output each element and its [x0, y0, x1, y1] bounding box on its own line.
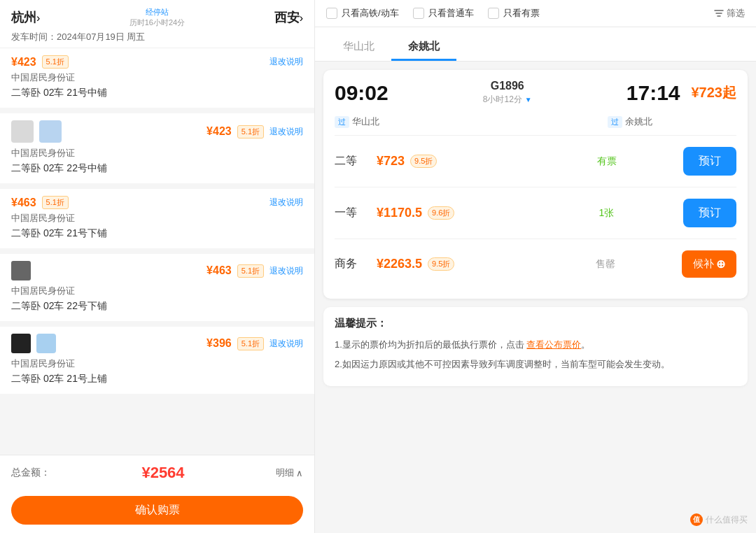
duration-row: 8小时12分 ▼: [396, 94, 620, 106]
book-button-first[interactable]: 预订: [683, 199, 736, 227]
refund-link[interactable]: 退改说明: [270, 197, 303, 208]
waitlist-button-business[interactable]: 候补 ⊕: [682, 250, 736, 278]
filter-youpiao-label: 只看有票: [503, 7, 540, 20]
origin-city[interactable]: 杭州›: [11, 9, 40, 26]
dropdown-icon[interactable]: ▼: [525, 96, 532, 104]
footer-bar: 总金额： ¥2564 明细 ∧: [0, 455, 314, 490]
chevron-up-icon: ∧: [296, 468, 303, 478]
train-main-row: 09:02 G1896 8小时12分 ▼ 17:14 ¥723起: [335, 80, 736, 106]
filter-btn-label: 筛选: [727, 7, 745, 20]
plus-icon: ⊕: [716, 257, 725, 271]
avatar: [36, 334, 56, 353]
class-name: 一等: [335, 206, 377, 220]
notice-item-1: 1.显示的票价均为折扣后的最低执行票价，点击 查看公布票价。: [335, 337, 736, 353]
discount-badge: 5.1折: [237, 125, 264, 138]
watermark-text: 什么值得买: [706, 514, 748, 526]
id-type: 中国居民身份证: [11, 147, 303, 159]
seat-info: 二等卧 02车 22号中铺: [11, 162, 303, 175]
refund-link[interactable]: 退改说明: [270, 265, 303, 277]
notice-link[interactable]: 查看公布票价: [526, 339, 581, 350]
tab-yuyaobei[interactable]: 余姚北: [391, 34, 456, 61]
ticket-price: ¥463: [206, 264, 232, 277]
ticket-item: ¥423 5.1折 退改说明 中国居民身份证 二等卧 02车 22号中铺: [0, 113, 314, 183]
discount-badge: 5.1折: [42, 55, 69, 69]
ticket-price-row: ¥463 5.1折 退改说明: [11, 196, 303, 209]
destination-name: 西安: [274, 10, 300, 24]
class-name: 二等: [335, 154, 377, 169]
train-card: 09:02 G1896 8小时12分 ▼ 17:14 ¥723起 过 华山北 过…: [323, 70, 748, 299]
checkbox-putong[interactable]: [413, 8, 424, 19]
arrive-station-label: 余姚北: [625, 115, 652, 128]
class-price-section: ¥2263.5 9.5折: [377, 257, 529, 271]
id-type: 中国居民身份证: [11, 212, 303, 225]
class-price: ¥1170.5: [377, 206, 422, 220]
passenger-avatar-row: ¥396 5.1折 退改说明: [11, 334, 303, 353]
notice-section: 温馨提示： 1.显示的票价均为折扣后的最低执行票价，点击 查看公布票价。 2.如…: [323, 307, 748, 386]
filter-button[interactable]: 筛选: [714, 7, 745, 20]
passenger-avatar-row: ¥463 5.1折 退改说明: [11, 261, 303, 280]
tickets-container: ¥423 5.1折 退改说明 中国居民身份证 二等卧 02车 21号中铺 ¥42…: [0, 48, 314, 455]
class-name: 商务: [335, 257, 377, 271]
seat-info: 二等卧 02车 22号下铺: [11, 300, 303, 313]
ticket-item: ¥396 5.1折 退改说明 中国居民身份证 二等卧 02车 21号上铺: [0, 327, 314, 394]
duration-text: 历时16小时24分: [40, 17, 274, 28]
right-panel: 只看高铁/动车 只看普通车 只看有票 筛选 华山北 余姚北 09:02: [315, 0, 756, 533]
filter-putong[interactable]: 只看普通车: [413, 7, 474, 20]
filter-gaotie[interactable]: 只看高铁/动车: [326, 7, 399, 20]
refund-link[interactable]: 退改说明: [270, 126, 303, 138]
arrive-via-tag: 过: [608, 116, 622, 128]
ticket-price-row: ¥423 5.1折 退改说明: [11, 55, 303, 69]
filter-gaotie-label: 只看高铁/动车: [342, 7, 399, 20]
station-tabs: 华山北 余姚北: [315, 27, 756, 62]
class-discount: 9.5折: [428, 257, 454, 271]
arrive-time: 17:14: [626, 81, 680, 105]
destination-city[interactable]: 西安›: [274, 9, 303, 26]
notice-title: 温馨提示：: [335, 317, 736, 330]
class-row-business: 商务 ¥2263.5 9.5折 售罄 候补 ⊕: [335, 239, 736, 289]
header-bar: 杭州› 经停站 历时16小时24分 西安› 发车时间：2024年07月19日 周…: [0, 0, 314, 48]
filter-icon: [714, 8, 724, 18]
total-label: 总金额：: [11, 467, 50, 479]
tab-huashanbeii[interactable]: 华山北: [326, 34, 391, 61]
watermark-icon: 值: [690, 513, 703, 526]
detail-label: 明细: [276, 467, 294, 479]
filter-youpiao[interactable]: 只看有票: [488, 7, 540, 20]
class-price-section: ¥723 9.5折: [377, 154, 530, 169]
train-middle: G1896 8小时12分 ▼: [388, 80, 626, 106]
filter-putong-label: 只看普通车: [428, 7, 474, 20]
left-panel: 杭州› 经停站 历时16小时24分 西安› 发车时间：2024年07月19日 周…: [0, 0, 315, 533]
id-type: 中国居民身份证: [11, 285, 303, 297]
id-type: 中国居民身份证: [11, 71, 303, 84]
passenger-avatar-row: ¥423 5.1折 退改说明: [11, 120, 303, 143]
avatar: [39, 120, 62, 143]
notice-item-2: 2.如因运力原因或其他不可控因素导致列车调度调整时，当前车型可能会发生变动。: [335, 357, 736, 372]
id-type: 中国居民身份证: [11, 357, 303, 370]
class-rows: 二等 ¥723 9.5折 有票 预订 一等 ¥1170.5 9.6折 1张 预订: [335, 135, 736, 289]
seat-info: 二等卧 02车 21号中铺: [11, 87, 303, 99]
seat-info: 二等卧 02车 21号上铺: [11, 373, 303, 385]
discount-badge: 5.1折: [237, 264, 264, 278]
checkbox-youpiao[interactable]: [488, 8, 499, 19]
seat-info: 二等卧 02车 21号下铺: [11, 227, 303, 240]
depart-station-row: 过 华山北 过 余姚北: [335, 115, 736, 128]
duration-value: 8小时12分: [483, 94, 522, 106]
ticket-price: ¥396: [206, 337, 232, 350]
class-price-section: ¥1170.5 9.6折: [377, 206, 530, 220]
filter-bar: 只看高铁/动车 只看普通车 只看有票 筛选: [315, 0, 756, 27]
class-row-second: 二等 ¥723 9.5折 有票 预订: [335, 135, 736, 187]
confirm-button[interactable]: 确认购票: [11, 496, 303, 525]
depart-station-label: 华山北: [352, 115, 379, 128]
depart-date: 发车时间：2024年07月19日 周五: [11, 31, 303, 43]
class-price: ¥723: [377, 154, 405, 169]
refund-link[interactable]: 退改说明: [270, 338, 303, 350]
ticket-price: ¥463: [11, 197, 36, 209]
book-button-second[interactable]: 预订: [683, 147, 736, 176]
total-amount: ¥2564: [141, 464, 184, 482]
train-price-from: ¥723起: [692, 83, 737, 102]
detail-toggle[interactable]: 明细 ∧: [276, 467, 303, 479]
checkbox-gaotie[interactable]: [326, 8, 337, 19]
ticket-price: ¥423: [206, 125, 232, 138]
class-discount: 9.6折: [428, 206, 454, 220]
ticket-item: ¥423 5.1折 退改说明 中国居民身份证 二等卧 02车 21号中铺: [0, 48, 314, 108]
refund-link[interactable]: 退改说明: [270, 56, 303, 68]
